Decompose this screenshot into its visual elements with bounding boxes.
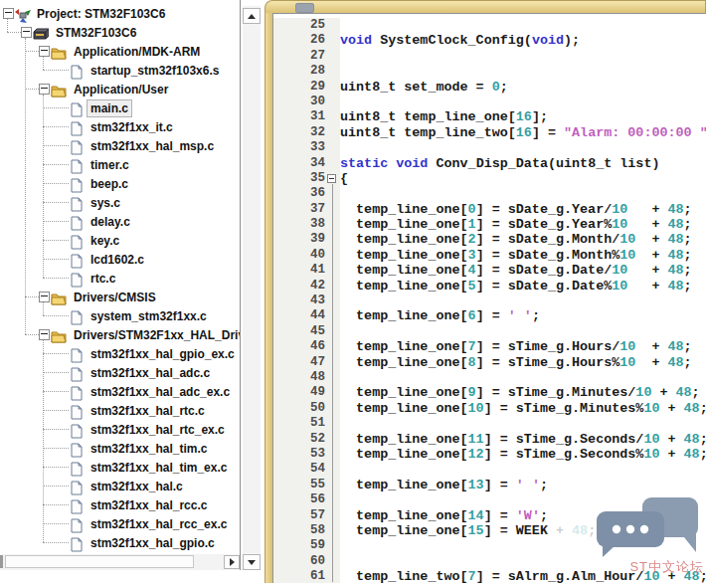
editor-titlebar[interactable] (265, 0, 706, 13)
code-line-54: 54 (273, 462, 706, 477)
tree-item-label: main.c (87, 99, 132, 117)
tree-item-stm32f1xx-hal-rtc-ex-c[interactable]: stm32f1xx_hal_rtc_ex.c (0, 420, 240, 439)
line-number: 39 (273, 232, 325, 247)
line-number: 37 (273, 202, 325, 217)
file-icon (69, 405, 85, 420)
tree-item-stm32f1xx-hal-adc-ex-c[interactable]: stm32f1xx_hal_adc_ex.c (0, 382, 240, 401)
line-number: 58 (273, 523, 325, 538)
file-icon (69, 273, 85, 288)
window-control-button[interactable] (295, 3, 314, 13)
tree-item-timer-c[interactable]: timer.c (0, 155, 240, 174)
line-number: 43 (273, 294, 325, 308)
project-icon (15, 8, 31, 23)
line-number: 31 (273, 109, 325, 124)
scroll-right-button[interactable] (224, 555, 240, 569)
tree-item-main-c[interactable]: main.c (0, 98, 240, 117)
tree-item-label: rtc.c (87, 270, 119, 288)
line-number: 51 (273, 416, 325, 431)
tree-item-label: timer.c (87, 156, 133, 174)
tree-guide-line (43, 486, 69, 487)
code-line-52: 52 temp_line_one[11] = sTime_g.Seconds/1… (273, 432, 706, 447)
tree-guide-line (43, 70, 69, 71)
line-number: 40 (273, 248, 325, 263)
tree-item-label: stm32f1xx_hal_adc.c (87, 364, 214, 382)
code-line-40: 40 temp_line_one[3] = sDate_g.Month%10 +… (273, 248, 706, 263)
target-icon (33, 27, 49, 42)
tree-item-rtc-c[interactable]: rtc.c (0, 269, 240, 288)
collapse-icon[interactable] (39, 329, 50, 340)
collapse-icon[interactable] (39, 84, 50, 95)
tree-item-stm32f1xx-hal-tim-ex-c[interactable]: stm32f1xx_hal_tim_ex.c (0, 458, 240, 477)
code-line-31: 31uint8_t temp_line_one[16]; (273, 109, 706, 124)
collapse-icon[interactable] (21, 27, 32, 38)
tree-guide-line (43, 523, 69, 524)
file-icon (69, 197, 85, 212)
tree-item-key-c[interactable]: key.c (0, 231, 240, 250)
line-number: 28 (273, 64, 325, 79)
line-number: 25 (273, 18, 325, 33)
tree-guide-line (43, 145, 69, 146)
scroll-up-icon (248, 14, 256, 19)
tree-item-label: system_stm32f1xx.c (87, 307, 211, 325)
tree-item-system-stm32f1xx-c[interactable]: system_stm32f1xx.c (0, 306, 240, 325)
horizontal-scroll-thumb[interactable] (5, 555, 194, 568)
tree-item-stm32f1xx-hal-c[interactable]: stm32f1xx_hal.c (0, 477, 240, 495)
tree-item-label: lcd1602.c (87, 251, 148, 269)
tree-guide-line (43, 429, 69, 430)
tree-guide-line (43, 95, 44, 278)
tree-item-label: key.c (87, 232, 123, 250)
tree-horizontal-scrollbar[interactable] (0, 554, 240, 570)
code-line-33: 33 (273, 140, 706, 155)
tree-item-stm32f103c6[interactable]: STM32F103C6 (0, 23, 240, 42)
line-number: 41 (273, 263, 325, 278)
collapse-icon[interactable] (39, 292, 50, 302)
scroll-down-button[interactable] (243, 554, 261, 570)
tree-guide-line (7, 19, 8, 32)
tree-guide-line (43, 302, 44, 315)
tree-item-label: stm32f1xx_hal_adc_ex.c (87, 383, 234, 401)
code-line-41: 41 temp_line_one[4] = sDate_g.Date/10 + … (273, 263, 706, 278)
line-number: 35 (273, 171, 325, 186)
line-number: 56 (273, 492, 325, 507)
tree-item-stm32f1xx-hal-rcc-c[interactable]: stm32f1xx_hal_rcc.c (0, 495, 240, 514)
file-icon (69, 121, 85, 136)
line-number: 30 (273, 95, 325, 109)
tree-guide-line (25, 38, 26, 334)
tree-item-stm32f1xx-hal-rcc-ex-c[interactable]: stm32f1xx_hal_rcc_ex.c (0, 514, 240, 533)
file-icon (69, 348, 85, 363)
tree-item-stm32f1xx-hal-gpio-ex-c[interactable]: stm32f1xx_hal_gpio_ex.c (0, 344, 240, 363)
scroll-up-button[interactable] (243, 8, 261, 24)
file-icon (69, 235, 85, 250)
line-number: 38 (273, 217, 325, 232)
tree-item-stm32f1xx-hal-tim-c[interactable]: stm32f1xx_hal_tim.c (0, 439, 240, 458)
tree-item-stm32f1xx-it-c[interactable]: stm32f1xx_it.c (0, 117, 240, 136)
tree-item-stm32f1xx-hal-rtc-c[interactable]: stm32f1xx_hal_rtc.c (0, 401, 240, 420)
tree-item-beep-c[interactable]: beep.c (0, 174, 240, 193)
file-icon (69, 443, 85, 458)
fold-collapse-icon[interactable] (327, 174, 336, 183)
file-icon (69, 216, 85, 231)
tree-item-label: delay.c (87, 213, 134, 231)
tree-item-stm32f1xx-hal-adc-c[interactable]: stm32f1xx_hal_adc.c (0, 363, 240, 382)
code-line-46: 46 temp_line_one[7] = sTime_g.Hours/10 +… (273, 339, 706, 354)
tree-item-lcd1602-c[interactable]: lcd1602.c (0, 250, 240, 269)
code-line-53: 53 temp_line_one[12] = sTime_g.Seconds%1… (273, 447, 706, 462)
tree-guide-line (43, 315, 69, 316)
tree-item-label: stm32f1xx_hal_rtc_ex.c (87, 421, 229, 439)
tree-item-label: Drivers/STM32F1xx_HAL_Driver (70, 326, 241, 344)
tree-item-delay-c[interactable]: delay.c (0, 212, 240, 231)
tree-item-label: Project: STM32F103C6 (33, 5, 169, 23)
tree-item-stm32f1xx-hal-msp-c[interactable]: stm32f1xx_hal_msp.c (0, 136, 240, 155)
collapse-icon[interactable] (3, 8, 14, 19)
tree-item-sys-c[interactable]: sys.c (0, 193, 240, 212)
line-number: 34 (273, 156, 325, 171)
tree-item-stm32f1xx-hal-gpio-c[interactable]: stm32f1xx_hal_gpio.c (0, 533, 240, 552)
file-icon (69, 537, 85, 552)
tree-item-project-stm32f103c6[interactable]: Project: STM32F103C6 (0, 4, 240, 23)
scroll-left-button[interactable] (0, 555, 3, 568)
tree-guide-line (43, 340, 44, 542)
line-number: 27 (273, 49, 325, 64)
tree-item-startup-stm32f103x6-s[interactable]: startup_stm32f103x6.s (0, 61, 240, 80)
tree-vertical-scrollbar[interactable] (243, 6, 261, 570)
collapse-icon[interactable] (39, 46, 50, 57)
